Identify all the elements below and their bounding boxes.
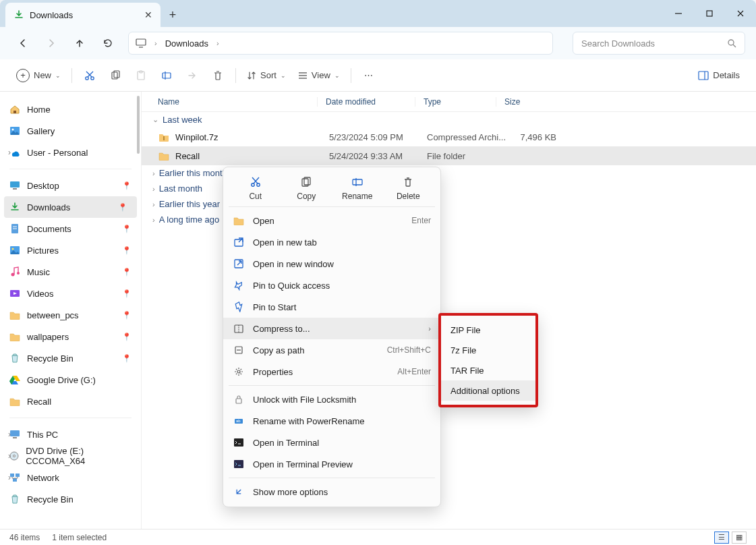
- delete-button[interactable]: [206, 65, 230, 86]
- separator: [229, 478, 435, 478]
- copypath-icon: [233, 344, 245, 356]
- context-rename-button[interactable]: Rename: [339, 175, 376, 201]
- pin-icon: 📍: [122, 246, 132, 255]
- view-label: View: [312, 70, 330, 80]
- context-item-pin-to-quick-access[interactable]: Pin to Quick access: [223, 275, 440, 296]
- context-item-copy-as-path[interactable]: Copy as pathCtrl+Shift+C: [223, 339, 440, 361]
- pin-icon: 📍: [122, 333, 132, 341]
- context-item-open-in-terminal-preview[interactable]: Open in Terminal Preview: [223, 453, 440, 475]
- details-pane-button[interactable]: Details: [693, 65, 745, 86]
- sidebar-item-gallery[interactable]: Gallery: [0, 120, 141, 142]
- context-item-unlock-with-file-locksmith[interactable]: Unlock with File Locksmith: [223, 389, 440, 410]
- tab-downloads[interactable]: Downloads ✕: [5, 3, 161, 27]
- command-bar: + New ⌄ Sort ⌄ View ⌄ ⋯ Details: [0, 59, 756, 92]
- term-icon: [233, 436, 245, 449]
- new-tab-button[interactable]: +: [161, 3, 185, 27]
- context-cut-button[interactable]: Cut: [237, 175, 274, 201]
- breadcrumb-downloads[interactable]: Downloads: [165, 38, 208, 49]
- keyboard-hint: Ctrl+Shift+C: [387, 345, 431, 355]
- sort-button[interactable]: Sort ⌄: [241, 65, 291, 86]
- svg-point-21: [12, 129, 14, 131]
- context-item-open[interactable]: OpenEnter: [223, 210, 440, 231]
- svg-point-30: [17, 272, 20, 275]
- copy-icon: [299, 175, 313, 189]
- address-bar[interactable]: › Downloads ›: [128, 32, 553, 55]
- sidebar-item-user-personal[interactable]: User - Personal: [0, 142, 141, 163]
- sidebar-item-recycle-bin[interactable]: Recycle Bin: [0, 488, 141, 510]
- context-item-pin-to-start[interactable]: Pin to Start: [223, 296, 440, 318]
- sidebar-item-videos[interactable]: Videos📍: [0, 283, 141, 304]
- sidebar-item-downloads[interactable]: Downloads📍: [4, 196, 137, 218]
- sort-icon: [247, 71, 256, 80]
- sidebar-item-google-drive-g-[interactable]: Google Drive (G:): [0, 369, 141, 391]
- back-button[interactable]: [11, 31, 35, 55]
- context-item-open-in-new-window[interactable]: Open in new window: [223, 253, 440, 275]
- sidebar-item-documents[interactable]: Documents📍: [0, 218, 141, 239]
- sidebar-item-between-pcs[interactable]: between_pcs📍: [0, 304, 141, 326]
- group-header[interactable]: ⌄Last week: [142, 112, 756, 127]
- sidebar-item-this-pc[interactable]: This PC: [0, 424, 141, 445]
- submenu-item-additional-options[interactable]: Additional options: [441, 380, 535, 401]
- refresh-button[interactable]: [96, 31, 120, 55]
- search-input[interactable]: [581, 38, 727, 49]
- pin-icon: 📍: [122, 311, 132, 320]
- sidebar-item-pictures[interactable]: Pictures📍: [0, 239, 141, 261]
- context-delete-button[interactable]: Delete: [389, 175, 427, 201]
- submenu-item-tar-file[interactable]: TAR File: [441, 360, 535, 380]
- tab-close-button[interactable]: ✕: [144, 9, 152, 20]
- forward-button[interactable]: [39, 31, 63, 55]
- column-date[interactable]: Date modified: [317, 97, 415, 107]
- sidebar-item-network[interactable]: Network: [0, 467, 141, 488]
- context-item-properties[interactable]: PropertiesAlt+Enter: [223, 361, 440, 382]
- context-show-more[interactable]: Show more options: [223, 481, 440, 503]
- group-label: Last week: [163, 115, 202, 125]
- context-item-compress-to-[interactable]: Compress to...›: [223, 318, 440, 339]
- thumbnails-view-toggle[interactable]: ▦: [732, 532, 747, 544]
- newwin-icon: [233, 258, 245, 270]
- svg-point-7: [91, 76, 94, 79]
- sidebar-item-wallpapers[interactable]: wallpapers📍: [0, 326, 141, 347]
- rename-button[interactable]: [154, 65, 179, 86]
- separator: [9, 418, 132, 418]
- recycle-icon: [9, 494, 20, 505]
- search-box[interactable]: [573, 32, 745, 55]
- context-copy-button[interactable]: Copy: [287, 175, 325, 201]
- more-button[interactable]: ⋯: [357, 65, 381, 86]
- file-row[interactable]: Recall5/24/2024 9:33 AMFile folder: [142, 146, 756, 165]
- submenu-item-7z-file[interactable]: 7z File: [441, 340, 535, 360]
- context-item-open-in-terminal[interactable]: Open in Terminal: [223, 432, 440, 453]
- sidebar-item-desktop[interactable]: Desktop📍: [0, 175, 141, 196]
- column-name[interactable]: Name: [142, 97, 317, 107]
- navigation-pane: HomeGalleryUser - Personal Desktop📍Downl…: [0, 92, 142, 529]
- column-type[interactable]: Type: [415, 97, 496, 107]
- file-name: Winpilot.7z: [175, 132, 329, 142]
- context-item-open-in-new-tab[interactable]: Open in new tab: [223, 231, 440, 253]
- details-view-toggle[interactable]: ☰: [714, 532, 729, 544]
- submenu-item-zip-file[interactable]: ZIP File: [441, 320, 535, 340]
- new-button[interactable]: + New ⌄: [11, 65, 66, 86]
- file-row[interactable]: Winpilot.7z5/23/2024 5:09 PMCompressed A…: [142, 127, 756, 146]
- sidebar-item-recall[interactable]: Recall: [0, 391, 141, 412]
- sidebar-item-music[interactable]: Music📍: [0, 261, 141, 283]
- pin-icon: 📍: [122, 225, 132, 233]
- separator: [351, 68, 351, 83]
- share-button[interactable]: [180, 65, 204, 86]
- view-button[interactable]: View ⌄: [293, 65, 345, 86]
- minimize-button[interactable]: [663, 0, 694, 27]
- paste-button[interactable]: [129, 65, 153, 86]
- sidebar-item-home[interactable]: Home: [0, 98, 141, 120]
- sort-label: Sort: [260, 70, 277, 80]
- maximize-button[interactable]: [694, 0, 725, 27]
- column-size[interactable]: Size: [496, 97, 550, 107]
- cut-button[interactable]: [78, 65, 102, 86]
- sidebar-item-dvd-drive-e-cccoma-x64[interactable]: DVD Drive (E:) CCCOMA_X64: [0, 445, 141, 467]
- recycle-icon: [9, 353, 20, 364]
- up-button[interactable]: [67, 31, 92, 55]
- status-bar: 46 items 1 item selected ☰ ▦: [0, 529, 756, 545]
- close-button[interactable]: [725, 0, 756, 27]
- context-item-rename-with-powerrename[interactable]: abRename with PowerRename: [223, 410, 440, 432]
- copy-button[interactable]: [103, 65, 127, 86]
- sidebar-item-recycle-bin[interactable]: Recycle Bin📍: [0, 347, 141, 369]
- separator: [9, 169, 132, 169]
- svg-point-28: [12, 248, 14, 250]
